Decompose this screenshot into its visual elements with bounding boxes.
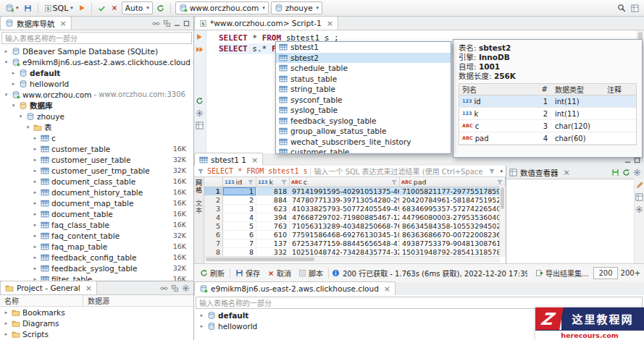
cell-k[interactable]: 623 [256, 205, 290, 213]
cell-pad[interactable]: 44796080003-27953536040-90962 [400, 213, 506, 222]
cell-pad[interactable]: 86363686670-00722008236-197013 [400, 231, 506, 239]
cell-k[interactable]: 394 [256, 213, 290, 222]
row-number[interactable]: 7 [204, 239, 223, 248]
refresh-result-button[interactable]: 刷新 [198, 267, 227, 279]
refresh-button[interactable] [155, 4, 166, 13]
row-number[interactable]: 4 [204, 213, 223, 222]
chevron-right-icon[interactable]: ▸ [3, 310, 9, 315]
script-result-button[interactable]: 脚本 [296, 267, 325, 279]
chevron-right-icon[interactable]: ▸ [32, 265, 38, 271]
tree-item-表[interactable]: ▾表 [0, 122, 193, 132]
tree-item-faq_class_table[interactable]: ▸faq_class_table16K [0, 219, 193, 230]
cell-pad[interactable]: 68346995357-57274226540-8272745 [400, 205, 506, 213]
chevron-down-icon[interactable]: ▾ [10, 103, 17, 109]
grid-view-icon[interactable] [635, 193, 643, 201]
refresh-icon[interactable] [622, 169, 630, 177]
tab-results[interactable]: sbtest1 1 × [194, 153, 263, 166]
row-number[interactable]: 6 [204, 231, 223, 239]
tree-item-customer_table[interactable]: ▸customer_table16K [0, 143, 193, 154]
column-header-k[interactable]: 123k [256, 177, 290, 187]
tree-item-feedback_syslog_table[interactable]: ▸feedback_syslog_table32K [0, 263, 193, 273]
autocomplete-item-status_table[interactable]: status_table [276, 74, 451, 85]
column-header-datasource[interactable]: 数据源 [83, 295, 109, 306]
tree-item-document_class_table[interactable]: ▸document_class_table16K [0, 176, 193, 187]
settings-icon[interactable] [635, 205, 643, 213]
cell-k[interactable]: 137 [256, 239, 290, 248]
autocomplete-item-sbtest1[interactable]: sbtest1 [276, 42, 451, 53]
chevron-right-icon[interactable]: ▸ [198, 323, 205, 329]
search-button[interactable] [616, 3, 627, 13]
cancel-result-button[interactable]: 取消 [265, 267, 293, 279]
close-icon[interactable]: × [564, 168, 570, 177]
paging-label[interactable]: 200+ [621, 269, 640, 277]
autocomplete-item-wechat_subscribers_lite_history[interactable]: wechat_subscribers_lite_history [276, 137, 451, 148]
tree-item-default[interactable]: ▸default [0, 67, 193, 78]
close-icon[interactable]: × [384, 284, 390, 294]
chevron-right-icon[interactable]: ▸ [198, 313, 205, 318]
info-table-row-pad[interactable]: ABCpad4char(60) [459, 132, 636, 145]
chevron-down-icon[interactable]: ▾ [3, 92, 9, 98]
chevron-down-icon[interactable]: ▾ [25, 124, 31, 130]
chevron-right-icon[interactable]: ▸ [32, 211, 38, 217]
tree-item-zhouye[interactable]: ▾zhouye [0, 111, 193, 122]
output-grid-icon[interactable] [196, 122, 204, 129]
horizontal-scrollbar[interactable] [204, 256, 500, 263]
connection-select[interactable]: www.orczhou.com ▾ [175, 1, 269, 14]
export-resultset-button[interactable]: 导出结果集... [533, 267, 591, 279]
column-header-c[interactable]: ABCc [290, 177, 400, 187]
grid-row-6[interactable]: 6 6 610 77591586468-69276130345-105532 8… [204, 231, 506, 239]
chevron-right-icon[interactable]: ▸ [3, 48, 9, 54]
chevron-down-icon[interactable]: ▾ [3, 59, 9, 65]
refresh-icon[interactable] [196, 97, 204, 105]
chevron-right-icon[interactable]: ▸ [3, 331, 9, 337]
tree-item-customer_user_tmp_table[interactable]: ▸customer_user_tmp_table32K [0, 165, 193, 176]
rollback-button[interactable] [109, 4, 120, 12]
cell-id[interactable]: 5 [223, 222, 256, 231]
column-header-name[interactable]: 名称 [0, 295, 83, 306]
autocomplete-item-feedback_syslog_table[interactable]: feedback_syslog_table [276, 116, 451, 127]
project-item-Scripts[interactable]: ▸Scripts [0, 328, 193, 339]
chevron-right-icon[interactable]: ▸ [32, 233, 38, 239]
tree-item-DBeaver Sample Database (SQLite)[interactable]: ▸DBeaver Sample Database (SQLite) [0, 46, 193, 56]
tab-project-general[interactable]: Project - General × [0, 281, 97, 294]
tree-item-feedback_config_table[interactable]: ▸feedback_config_table16K [0, 252, 193, 263]
tree-item-filter_table[interactable]: ▸filter_table16K [0, 273, 193, 281]
schema-select[interactable]: zhouye ▾ [271, 1, 322, 14]
row-number[interactable]: 1 [204, 187, 223, 196]
chevron-right-icon[interactable]: ▸ [10, 81, 17, 87]
settings-icon[interactable] [196, 109, 204, 117]
cell-pad[interactable]: 20420784961-58184751952-89831936 [400, 196, 506, 205]
chevron-right-icon[interactable]: ▸ [32, 200, 38, 206]
cell-k[interactable]: 884 [256, 196, 290, 205]
tree-item-faq_content_table[interactable]: ▸faq_content_table32K [0, 230, 193, 241]
cell-id[interactable]: 1 [223, 187, 256, 196]
cell-c[interactable]: 77591586468-69276130345-105532 [290, 231, 400, 239]
tree-item-e9mikm8jn6.us-east-2.aws.clickhouse.cloud[interactable]: ▾e9mikm8jn6.us-east-2.aws.clickhouse.clo… [0, 56, 193, 67]
save-result-button[interactable]: 保存 [233, 267, 262, 279]
collapse-all-icon[interactable] [171, 284, 179, 292]
close-icon[interactable]: × [85, 284, 92, 293]
caret-down-icon[interactable]: ▾ [500, 169, 503, 174]
autocomplete-item-sbtest2[interactable]: sbtest2 [276, 53, 451, 64]
project-item-Bookmarks[interactable]: ▸Bookmarks [0, 307, 193, 318]
filter-icon[interactable] [280, 179, 288, 186]
cell-c[interactable]: 41033825793-50772405549-493964 [290, 205, 400, 213]
maximize-icon[interactable] [183, 20, 190, 27]
tree-item-helloworld[interactable]: ▸helloworld [0, 78, 193, 89]
project-item-Diagrams[interactable]: ▸Diagrams [0, 318, 193, 328]
grid-row-2[interactable]: 2 2 884 74780771339-39713054280-2909472 … [204, 196, 506, 205]
settings-icon[interactable] [633, 169, 641, 177]
tab-database-navigator[interactable]: 数据库导航 × [0, 17, 72, 30]
chevron-right-icon[interactable]: ▸ [32, 168, 38, 174]
tree-item-document_table[interactable]: ▸document_table16K [0, 208, 193, 219]
cell-c[interactable]: 67253477159-88445656548-478319 [290, 239, 400, 248]
navigator-filter-input[interactable]: 输入表格名称的一部分 [1, 32, 192, 44]
cell-id[interactable]: 2 [223, 196, 256, 205]
grid-row-1[interactable]: 1 1 818 97141991595-40291051375-46323567… [204, 187, 506, 196]
apply-value-icon[interactable] [611, 169, 619, 177]
autocomplete-item-string_table[interactable]: string_table [276, 84, 451, 95]
tree-item-customer_user_table[interactable]: ▸customer_user_table32K [0, 154, 193, 165]
sql-editor-button[interactable]: S SQL ▾ [43, 3, 75, 14]
commit-button[interactable] [96, 4, 107, 13]
tree-item-faq_map_table[interactable]: ▸faq_map_table16K [0, 241, 193, 252]
